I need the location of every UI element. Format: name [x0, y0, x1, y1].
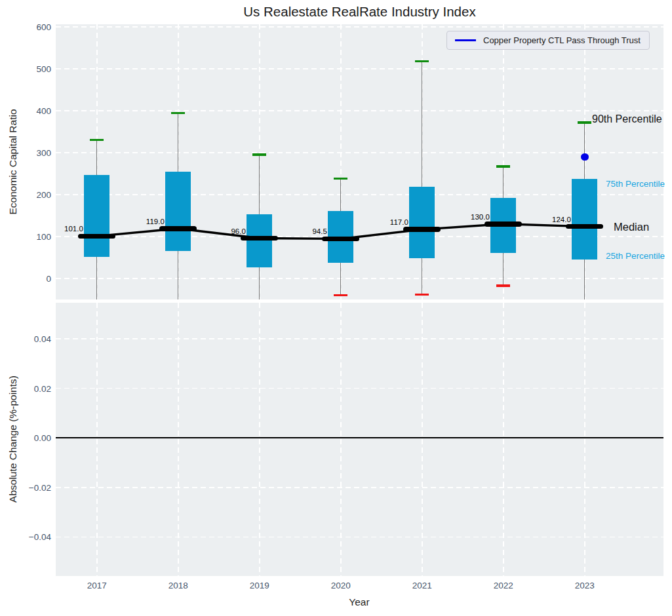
median-marker-2020 — [322, 237, 359, 242]
x-tick-label: 2023 — [575, 581, 595, 590]
gridline-v — [503, 303, 504, 576]
y-tick-label: 200 — [10, 189, 51, 199]
y-tick-label: 0.04 — [10, 334, 51, 344]
y-tick-label: 600 — [10, 22, 51, 31]
y-tick-label: 0.00 — [10, 433, 51, 443]
x-tick-label: 2020 — [331, 581, 351, 590]
y-tick-label: −0.02 — [10, 482, 51, 492]
gridline-v — [422, 303, 423, 576]
median-marker-2023 — [566, 224, 603, 229]
copper-point — [581, 153, 589, 161]
bottom-axes-absolute-change — [56, 303, 663, 576]
top-axes-economic-capital-ratio: 101.0119.096.094.5117.0130.0124.0 — [56, 24, 663, 299]
annotation-25th-percentile: 25th Percentile — [606, 250, 665, 260]
median-value-label-2019: 96.0 — [200, 227, 246, 235]
gridline-h — [56, 537, 663, 538]
y-tick-label: −0.04 — [10, 532, 51, 542]
median-value-label-2022: 130.0 — [444, 213, 490, 221]
gridline-v — [96, 303, 98, 576]
chart-title: Us Realestate RealRate Industry Index — [56, 4, 663, 20]
median-marker-2022 — [484, 221, 522, 227]
y-tick-label: 0 — [10, 273, 51, 283]
median-value-label-2021: 117.0 — [363, 218, 408, 226]
x-axis-label: Year — [349, 596, 369, 608]
y-tick-label: 0.02 — [10, 383, 51, 393]
gridline-v — [259, 303, 260, 576]
y-tick-label: 300 — [10, 147, 51, 157]
gridline-h — [56, 487, 663, 488]
legend: Copper Property CTL Pass Through Trust — [446, 31, 650, 50]
median-value-label-2023: 124.0 — [525, 216, 571, 223]
x-tick-label: 2021 — [412, 581, 432, 590]
gridline-v — [340, 303, 342, 576]
median-marker-2019 — [241, 236, 278, 241]
zero-change-line — [56, 437, 663, 438]
gridline-v — [178, 303, 179, 576]
x-tick-label: 2017 — [87, 581, 107, 590]
gridline-v — [584, 303, 585, 576]
x-tick-label: 2018 — [168, 581, 188, 590]
gridline-h — [56, 388, 663, 389]
gridline-h — [56, 338, 663, 339]
median-value-label-2017: 101.0 — [56, 225, 83, 233]
median-marker-2021 — [403, 227, 441, 232]
y-tick-label: 100 — [10, 231, 51, 241]
figure: Us Realestate RealRate Industry Index 10… — [0, 0, 672, 616]
median-trend-line — [56, 24, 663, 299]
median-value-label-2018: 119.0 — [119, 218, 165, 225]
annotation-75th-percentile: 75th Percentile — [606, 179, 665, 189]
y-tick-label: 500 — [10, 64, 51, 73]
legend-label: Copper Property CTL Pass Through Trust — [483, 35, 641, 45]
annotation-90th-percentile: 90th Percentile — [592, 113, 662, 125]
x-tick-label: 2022 — [494, 581, 513, 590]
median-marker-2017 — [78, 234, 115, 239]
annotation-median: Median — [614, 220, 649, 233]
x-tick-label: 2019 — [250, 581, 269, 590]
median-marker-2018 — [159, 226, 197, 231]
legend-line-swatch — [455, 39, 476, 41]
median-value-label-2020: 94.5 — [281, 227, 327, 235]
y-tick-label: 400 — [10, 106, 51, 115]
